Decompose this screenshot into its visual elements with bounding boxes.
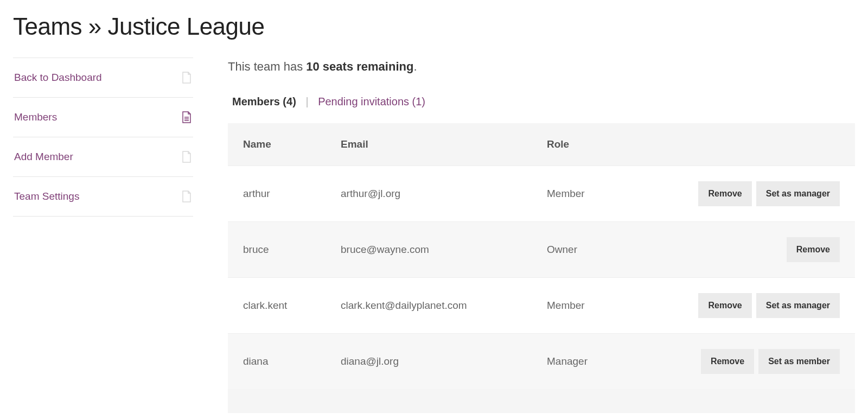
table-row: brucebruce@wayne.comOwnerRemove: [228, 222, 855, 278]
set-as-manager-button[interactable]: Set as manager: [756, 293, 840, 318]
cell-name: arthur: [228, 166, 326, 222]
cell-name: diana: [228, 334, 326, 390]
cell-email: bruce@wayne.com: [326, 222, 532, 278]
table-row: clark.kentclark.kent@dailyplanet.comMemb…: [228, 278, 855, 334]
cell-email: arthur@jl.org: [326, 166, 532, 222]
members-table: Name Email Role arthurarthur@jl.orgMembe…: [228, 123, 855, 389]
sidebar-item-add-member[interactable]: Add Member: [13, 137, 193, 176]
col-header-email: Email: [326, 123, 532, 166]
cell-role: Member: [532, 278, 640, 334]
cell-actions: Remove: [640, 222, 855, 278]
cell-name: clark.kent: [228, 278, 326, 334]
cell-actions: RemoveSet as manager: [640, 166, 855, 222]
sidebar-item-label: Members: [14, 111, 57, 123]
seats-remaining: This team has 10 seats remaining.: [228, 60, 855, 74]
tab-members[interactable]: Members (4): [232, 96, 296, 107]
seats-suffix: .: [413, 60, 417, 73]
set-as-manager-button[interactable]: Set as manager: [756, 181, 840, 206]
document-icon: [181, 71, 192, 84]
tabs: Members (4) | Pending invitations (1): [228, 96, 855, 108]
tab-separator: |: [305, 96, 308, 107]
remove-button[interactable]: Remove: [698, 181, 751, 206]
cell-email: clark.kent@dailyplanet.com: [326, 278, 532, 334]
cell-role: Member: [532, 166, 640, 222]
sidebar-item-back-to-dashboard[interactable]: Back to Dashboard: [13, 58, 193, 97]
table-row: arthurarthur@jl.orgMemberRemoveSet as ma…: [228, 166, 855, 222]
col-header-actions: [640, 123, 855, 166]
remove-button[interactable]: Remove: [787, 237, 840, 262]
seats-count: 10 seats remaining: [306, 60, 413, 73]
col-header-role: Role: [532, 123, 640, 166]
sidebar-item-members[interactable]: Members: [13, 97, 193, 137]
col-header-name: Name: [228, 123, 326, 166]
sidebar: Back to Dashboard Members Add Member: [13, 58, 193, 217]
document-icon: [181, 190, 192, 203]
set-as-member-button[interactable]: Set as member: [758, 349, 840, 374]
cell-role: Manager: [532, 334, 640, 390]
table-footer: [228, 389, 855, 413]
sidebar-item-label: Team Settings: [14, 191, 79, 202]
cell-actions: RemoveSet as manager: [640, 278, 855, 334]
cell-actions: RemoveSet as member: [640, 334, 855, 390]
document-icon: [181, 111, 192, 124]
cell-role: Owner: [532, 222, 640, 278]
cell-name: bruce: [228, 222, 326, 278]
sidebar-item-label: Add Member: [14, 151, 73, 163]
document-icon: [181, 150, 192, 163]
remove-button[interactable]: Remove: [698, 293, 751, 318]
sidebar-item-label: Back to Dashboard: [14, 72, 102, 84]
seats-prefix: This team has: [228, 60, 306, 73]
table-row: dianadiana@jl.orgManagerRemoveSet as mem…: [228, 334, 855, 390]
cell-email: diana@jl.org: [326, 334, 532, 390]
page-title: Teams » Justice League: [13, 13, 855, 40]
sidebar-item-team-settings[interactable]: Team Settings: [13, 176, 193, 217]
tab-pending-invitations[interactable]: Pending invitations (1): [318, 96, 425, 107]
main-content: This team has 10 seats remaining. Member…: [228, 58, 855, 413]
remove-button[interactable]: Remove: [701, 349, 754, 374]
